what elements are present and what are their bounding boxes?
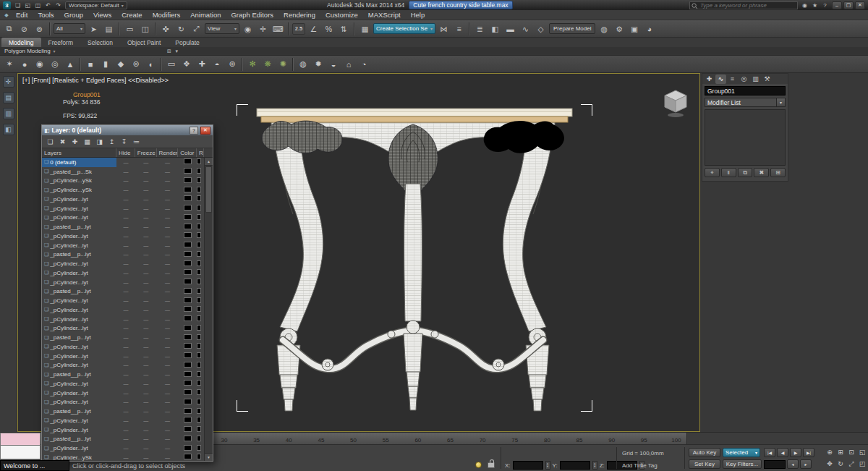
layer-freeze-toggle[interactable]: — [135,271,157,276]
dialog-close-button[interactable]: ✕ [200,127,210,135]
rectangular-selection-region-icon[interactable]: ▭ [123,22,137,35]
layer-color-cell[interactable] [178,454,197,461]
pin-stack-icon[interactable]: ⌖ [705,168,720,177]
layer-render-toggle[interactable]: — [157,197,179,202]
spinner-snap-icon[interactable]: ⇅ [337,22,351,35]
layer-color-cell[interactable] [178,242,197,249]
layer-hide-toggle[interactable]: — [116,206,135,211]
undo-icon[interactable]: ↶ [43,1,53,9]
layer-name-cell[interactable]: ❏_pCylinder...lyt [42,379,116,389]
layer-color-cell[interactable] [178,389,197,396]
burst-shape-icon[interactable]: ✹ [311,57,326,72]
plant-object-icon[interactable]: ✺ [276,57,290,72]
plane-primitive-icon[interactable]: ▭ [164,57,179,72]
render-setup-icon[interactable]: ⚙ [612,22,626,35]
delete-layer-icon[interactable]: ✖ [58,137,67,146]
layer-name-cell[interactable]: ❏_pCylinder...lyt [42,315,116,324]
layer-name-cell[interactable]: ❏_pCylinder...lyt [42,342,116,352]
dialog-title-bar[interactable]: ◧ Layer: 0 (default) ? ✕ [42,125,213,135]
layer-hide-toggle[interactable]: — [116,187,135,192]
layer-hide-toggle[interactable]: — [116,197,135,202]
torus-primitive-icon[interactable]: ◎ [48,57,62,72]
edit-named-selection-sets-icon[interactable]: ▦ [358,22,372,35]
angle-snap-icon[interactable]: ∠ [307,22,320,35]
welcome-window-button[interactable]: Welcome to ... [0,460,69,471]
layer-radiosity-cell[interactable] [197,436,204,443]
layer-name-cell[interactable]: ❏_pasted__p...Sk [42,167,116,177]
layer-render-toggle[interactable]: — [157,243,179,248]
motion-tab-icon[interactable]: ◎ [739,75,749,84]
column-header-freeze[interactable]: Freeze [135,148,157,157]
create-tab-icon[interactable]: ✚ [704,75,715,84]
foliage-object-icon[interactable]: ❋ [260,57,275,72]
layer-hide-toggle[interactable]: — [116,271,135,276]
layer-render-toggle[interactable]: — [157,446,179,451]
layer-hide-toggle[interactable]: — [116,409,135,414]
layer-radiosity-cell[interactable] [197,362,204,369]
new-scene-icon[interactable]: ❏ [13,1,22,9]
orbit-icon[interactable]: ↻ [835,459,846,469]
close-button[interactable]: ✕ [855,1,865,9]
layer-radiosity-cell[interactable] [197,205,204,212]
layer-color-cell[interactable] [178,195,197,203]
layer-color-cell[interactable] [178,158,197,166]
select-and-manipulate-icon[interactable]: ✛ [256,22,270,35]
layer-name-cell[interactable]: ❏_pCylinder...lyt [42,195,116,204]
x-coordinate-spinner[interactable]: ▲▼ [545,461,550,470]
reference-coordinate-dropdown[interactable]: View▾ [205,23,239,34]
align-icon[interactable]: ≡ [452,22,466,35]
layer-freeze-toggle[interactable]: — [135,372,157,377]
layer-color-cell[interactable] [178,417,197,424]
layer-hide-toggle[interactable]: — [116,446,135,451]
layer-radiosity-cell[interactable] [197,195,204,203]
layer-render-toggle[interactable]: — [157,289,179,294]
highlight-selected-layer-icon[interactable]: ◨ [95,137,104,146]
menu-edit[interactable]: Edit [11,10,33,20]
menu-help[interactable]: Help [406,10,430,20]
gengon-primitive-icon[interactable]: ❖ [179,57,194,72]
layer-hide-toggle[interactable]: — [116,335,135,340]
hedra-primitive-icon[interactable]: ◆ [114,57,128,72]
layer-hide-toggle[interactable]: — [116,372,135,377]
layer-radiosity-cell[interactable] [197,445,204,452]
communication-center-icon[interactable]: ◉ [800,1,809,9]
layer-render-toggle[interactable]: — [157,224,179,229]
layer-radiosity-cell[interactable] [197,251,204,258]
layer-radiosity-cell[interactable] [197,269,204,276]
layer-hide-toggle[interactable]: — [116,160,135,165]
layer-hide-toggle[interactable]: — [116,169,135,174]
cylinder-primitive-icon[interactable]: ▮ [98,57,113,72]
cut-objects-icon[interactable]: ↥ [107,137,116,146]
select-object-icon[interactable]: ➤ [87,22,101,35]
layer-name-cell[interactable]: ❏_pasted__p...lyt [42,435,116,444]
layer-freeze-toggle[interactable]: — [135,455,157,460]
layer-hide-toggle[interactable]: — [116,381,135,386]
capsule-primitive-icon[interactable]: ◐ [144,57,158,72]
polygon-modeling-panel-label[interactable]: Polygon Modeling [4,48,51,54]
layer-render-toggle[interactable]: — [157,354,179,359]
layer-radiosity-cell[interactable] [197,242,204,249]
auto-key-button[interactable]: Auto Key [689,448,720,457]
layer-radiosity-cell[interactable] [197,288,204,295]
layer-render-toggle[interactable]: — [157,418,179,423]
zoom-all-icon[interactable]: ⊞ [835,447,846,457]
layer-hide-toggle[interactable]: — [116,354,135,359]
layer-row[interactable]: ❏_pasted__p...lyt——— [42,333,204,342]
layer-render-toggle[interactable]: — [157,399,179,404]
layer-row[interactable]: ❏_pCylinder...lyt——— [42,268,204,278]
snaps-toggle-25[interactable]: 2.5 [292,23,305,35]
geosphere-primitive-icon[interactable]: ◉ [33,57,47,72]
layer-name-cell[interactable]: ❏_pCylinder...lyt [42,232,116,241]
layer-freeze-toggle[interactable]: — [135,428,157,433]
layer-name-cell[interactable]: ❏_pasted__p...lyt [42,287,116,297]
layer-name-cell[interactable]: ❏_pCylinder...lyt [42,416,116,425]
add-time-tag[interactable]: Add Time Tag [622,462,658,469]
ribbon-tab-populate[interactable]: Populate [168,38,207,47]
layer-color-cell[interactable] [178,352,197,360]
infocenter-help-icon[interactable]: ? [820,1,830,9]
scrollbar-thumb[interactable] [205,166,212,213]
layer-row[interactable]: ❏_pCylinder...lyt——— [42,342,204,352]
layer-row[interactable]: ❏_pCylinder...lyt——— [42,232,204,241]
layer-radiosity-cell[interactable] [197,454,204,461]
layout-preset-c-icon[interactable]: ◧ [3,124,14,135]
